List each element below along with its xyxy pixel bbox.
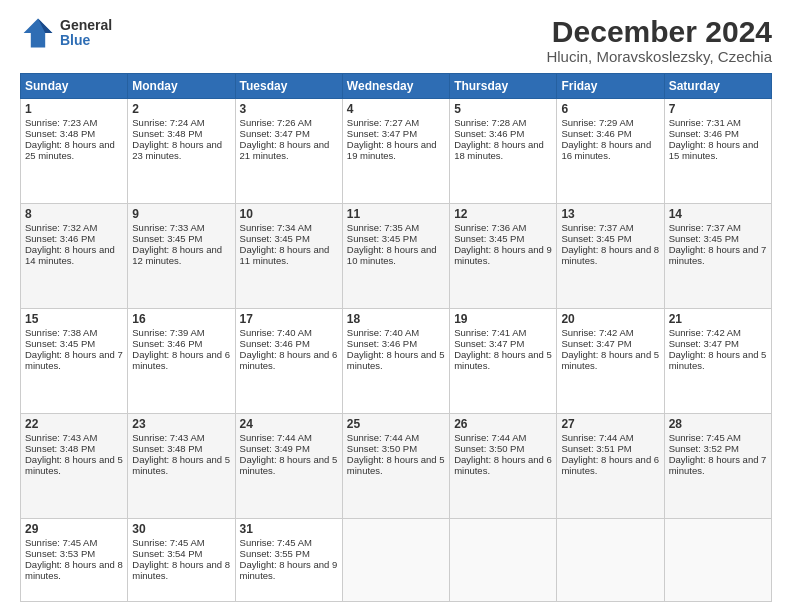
daylight-text: Daylight: 8 hours and 6 minutes.	[240, 349, 338, 371]
table-row: 12Sunrise: 7:36 AMSunset: 3:45 PMDayligh…	[450, 203, 557, 308]
daylight-text: Daylight: 8 hours and 5 minutes.	[347, 349, 445, 371]
day-number: 31	[240, 522, 338, 536]
sunrise-text: Sunrise: 7:45 AM	[132, 537, 204, 548]
daylight-text: Daylight: 8 hours and 5 minutes.	[454, 349, 552, 371]
day-number: 29	[25, 522, 123, 536]
table-row: 30Sunrise: 7:45 AMSunset: 3:54 PMDayligh…	[128, 518, 235, 601]
daylight-text: Daylight: 8 hours and 12 minutes.	[132, 244, 222, 266]
table-row: 2Sunrise: 7:24 AMSunset: 3:48 PMDaylight…	[128, 99, 235, 204]
table-row: 7Sunrise: 7:31 AMSunset: 3:46 PMDaylight…	[664, 99, 771, 204]
col-thursday: Thursday	[450, 74, 557, 99]
daylight-text: Daylight: 8 hours and 14 minutes.	[25, 244, 115, 266]
sunset-text: Sunset: 3:54 PM	[132, 548, 202, 559]
logo-blue-text: Blue	[60, 33, 112, 48]
table-row: 9Sunrise: 7:33 AMSunset: 3:45 PMDaylight…	[128, 203, 235, 308]
sunrise-text: Sunrise: 7:38 AM	[25, 327, 97, 338]
daylight-text: Daylight: 8 hours and 21 minutes.	[240, 139, 330, 161]
header-row: Sunday Monday Tuesday Wednesday Thursday…	[21, 74, 772, 99]
table-row: 5Sunrise: 7:28 AMSunset: 3:46 PMDaylight…	[450, 99, 557, 204]
day-number: 4	[347, 102, 445, 116]
daylight-text: Daylight: 8 hours and 5 minutes.	[561, 349, 659, 371]
sunset-text: Sunset: 3:47 PM	[454, 338, 524, 349]
daylight-text: Daylight: 8 hours and 19 minutes.	[347, 139, 437, 161]
day-number: 28	[669, 417, 767, 431]
sunrise-text: Sunrise: 7:34 AM	[240, 222, 312, 233]
sunset-text: Sunset: 3:50 PM	[347, 443, 417, 454]
table-row: 14Sunrise: 7:37 AMSunset: 3:45 PMDayligh…	[664, 203, 771, 308]
sunset-text: Sunset: 3:48 PM	[132, 128, 202, 139]
sunset-text: Sunset: 3:46 PM	[561, 128, 631, 139]
day-number: 12	[454, 207, 552, 221]
table-row: 21Sunrise: 7:42 AMSunset: 3:47 PMDayligh…	[664, 308, 771, 413]
daylight-text: Daylight: 8 hours and 9 minutes.	[240, 559, 338, 581]
day-number: 24	[240, 417, 338, 431]
sunset-text: Sunset: 3:46 PM	[454, 128, 524, 139]
table-row: 28Sunrise: 7:45 AMSunset: 3:52 PMDayligh…	[664, 413, 771, 518]
day-number: 11	[347, 207, 445, 221]
sunset-text: Sunset: 3:48 PM	[25, 443, 95, 454]
table-row: 17Sunrise: 7:40 AMSunset: 3:46 PMDayligh…	[235, 308, 342, 413]
day-number: 5	[454, 102, 552, 116]
sunrise-text: Sunrise: 7:37 AM	[561, 222, 633, 233]
col-wednesday: Wednesday	[342, 74, 449, 99]
sunrise-text: Sunrise: 7:41 AM	[454, 327, 526, 338]
sunrise-text: Sunrise: 7:23 AM	[25, 117, 97, 128]
sunrise-text: Sunrise: 7:40 AM	[347, 327, 419, 338]
day-number: 27	[561, 417, 659, 431]
daylight-text: Daylight: 8 hours and 6 minutes.	[561, 454, 659, 476]
sunrise-text: Sunrise: 7:44 AM	[240, 432, 312, 443]
table-row: 29Sunrise: 7:45 AMSunset: 3:53 PMDayligh…	[21, 518, 128, 601]
table-row: 27Sunrise: 7:44 AMSunset: 3:51 PMDayligh…	[557, 413, 664, 518]
header: General Blue December 2024 Hlucin, Morav…	[20, 15, 772, 65]
table-row: 23Sunrise: 7:43 AMSunset: 3:48 PMDayligh…	[128, 413, 235, 518]
table-row: 4Sunrise: 7:27 AMSunset: 3:47 PMDaylight…	[342, 99, 449, 204]
sunrise-text: Sunrise: 7:44 AM	[454, 432, 526, 443]
day-number: 2	[132, 102, 230, 116]
day-number: 8	[25, 207, 123, 221]
daylight-text: Daylight: 8 hours and 5 minutes.	[669, 349, 767, 371]
daylight-text: Daylight: 8 hours and 6 minutes.	[132, 349, 230, 371]
day-number: 1	[25, 102, 123, 116]
daylight-text: Daylight: 8 hours and 8 minutes.	[132, 559, 230, 581]
sunset-text: Sunset: 3:45 PM	[454, 233, 524, 244]
day-number: 23	[132, 417, 230, 431]
sunset-text: Sunset: 3:50 PM	[454, 443, 524, 454]
daylight-text: Daylight: 8 hours and 7 minutes.	[669, 244, 767, 266]
page-title: December 2024	[546, 15, 772, 48]
sunrise-text: Sunrise: 7:44 AM	[347, 432, 419, 443]
table-row	[557, 518, 664, 601]
sunset-text: Sunset: 3:46 PM	[132, 338, 202, 349]
calendar-table: Sunday Monday Tuesday Wednesday Thursday…	[20, 73, 772, 602]
day-number: 18	[347, 312, 445, 326]
calendar-page: General Blue December 2024 Hlucin, Morav…	[0, 0, 792, 612]
daylight-text: Daylight: 8 hours and 15 minutes.	[669, 139, 759, 161]
daylight-text: Daylight: 8 hours and 7 minutes.	[669, 454, 767, 476]
table-row: 3Sunrise: 7:26 AMSunset: 3:47 PMDaylight…	[235, 99, 342, 204]
table-row: 20Sunrise: 7:42 AMSunset: 3:47 PMDayligh…	[557, 308, 664, 413]
sunrise-text: Sunrise: 7:26 AM	[240, 117, 312, 128]
table-row: 31Sunrise: 7:45 AMSunset: 3:55 PMDayligh…	[235, 518, 342, 601]
table-row	[342, 518, 449, 601]
col-friday: Friday	[557, 74, 664, 99]
day-number: 25	[347, 417, 445, 431]
logo-text: General Blue	[60, 18, 112, 49]
day-number: 3	[240, 102, 338, 116]
daylight-text: Daylight: 8 hours and 5 minutes.	[132, 454, 230, 476]
day-number: 17	[240, 312, 338, 326]
day-number: 6	[561, 102, 659, 116]
sunset-text: Sunset: 3:52 PM	[669, 443, 739, 454]
sunset-text: Sunset: 3:48 PM	[25, 128, 95, 139]
daylight-text: Daylight: 8 hours and 23 minutes.	[132, 139, 222, 161]
sunrise-text: Sunrise: 7:43 AM	[132, 432, 204, 443]
table-row: 25Sunrise: 7:44 AMSunset: 3:50 PMDayligh…	[342, 413, 449, 518]
sunset-text: Sunset: 3:45 PM	[25, 338, 95, 349]
day-number: 19	[454, 312, 552, 326]
table-row: 13Sunrise: 7:37 AMSunset: 3:45 PMDayligh…	[557, 203, 664, 308]
day-number: 20	[561, 312, 659, 326]
table-row: 24Sunrise: 7:44 AMSunset: 3:49 PMDayligh…	[235, 413, 342, 518]
sunrise-text: Sunrise: 7:44 AM	[561, 432, 633, 443]
day-number: 15	[25, 312, 123, 326]
col-tuesday: Tuesday	[235, 74, 342, 99]
table-row: 6Sunrise: 7:29 AMSunset: 3:46 PMDaylight…	[557, 99, 664, 204]
table-row: 18Sunrise: 7:40 AMSunset: 3:46 PMDayligh…	[342, 308, 449, 413]
